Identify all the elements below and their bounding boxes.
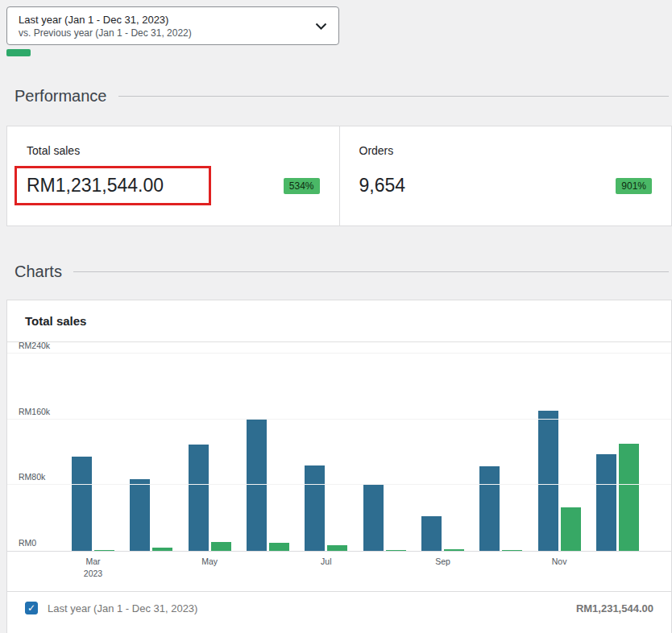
x-axis-label: Sep [435, 556, 450, 568]
section-divider [118, 96, 670, 97]
bar-previous-year-mar-2023[interactable] [94, 550, 114, 551]
bar-last-year-mar-2023[interactable] [72, 457, 92, 551]
legend-total: RM1,231,544.00 [576, 602, 653, 614]
charts-section-header: Charts [15, 263, 669, 281]
bar-previous-year-sep-2023[interactable] [444, 549, 464, 551]
bar-last-year-apr-2023[interactable] [130, 479, 150, 551]
chart-legend: ✓ Last year (Jan 1 - Dec 31, 2023) RM1,2… [7, 591, 671, 624]
bar-last-year-aug-2023[interactable] [363, 485, 384, 551]
x-axis-label: May [201, 556, 218, 568]
bar-previous-year-apr-2023[interactable] [152, 548, 172, 551]
total-sales-label: Total sales [27, 144, 320, 157]
legend-checkbox[interactable]: ✓ [25, 602, 38, 614]
bar-groups: Mar2023MayJulSepNov [72, 346, 639, 551]
bar-group [247, 346, 289, 551]
bar-last-year-dec-2023[interactable] [596, 454, 616, 551]
bar-previous-year-jul-2023[interactable] [327, 545, 347, 551]
bar-last-year-jun-2023[interactable] [247, 420, 267, 551]
x-axis-label: Nov [552, 556, 567, 568]
date-range-text: Last year (Jan 1 - Dec 31, 2023) vs. Pre… [19, 14, 192, 39]
bar-previous-year-dec-2023[interactable] [619, 444, 639, 551]
performance-title: Performance [15, 87, 107, 106]
date-range-selector[interactable]: Last year (Jan 1 - Dec 31, 2023) vs. Pre… [6, 6, 339, 45]
bar-group: May [189, 346, 231, 551]
bar-last-year-oct-2023[interactable] [479, 466, 500, 551]
chevron-down-icon [315, 23, 327, 30]
total-sales-chart-card: Total sales Mar2023MayJulSepNov RM0RM80k… [6, 300, 672, 633]
performance-cards: Total sales RM1,231,544.00 534% Orders 9… [6, 126, 672, 226]
legend-label: Last year (Jan 1 - Dec 31, 2023) [48, 602, 197, 614]
total-sales-value: RM1,231,544.00 [27, 175, 164, 197]
x-axis-label: Mar2023 [84, 556, 102, 580]
total-sales-change-badge: 534% [284, 178, 320, 194]
section-divider [73, 271, 669, 272]
bar-previous-year-oct-2023[interactable] [502, 550, 522, 551]
y-axis-label: RM160k [19, 407, 50, 416]
bar-last-year-may-2023[interactable] [189, 445, 209, 551]
bar-group [479, 346, 522, 551]
check-icon: ✓ [27, 603, 35, 613]
orders-change-badge: 901% [616, 178, 652, 194]
chart-title: Total sales [7, 300, 671, 342]
bar-previous-year-may-2023[interactable] [211, 542, 231, 551]
bar-previous-year-jun-2023[interactable] [269, 543, 289, 551]
bar-group [596, 346, 639, 551]
orders-card[interactable]: Orders 9,654 901% [339, 126, 672, 225]
y-axis-label: RM0 [19, 538, 36, 548]
bar-last-year-jul-2023[interactable] [305, 465, 325, 551]
bar-group [363, 346, 406, 551]
gridline [7, 353, 671, 354]
date-range-compare: vs. Previous year (Jan 1 - Dec 31, 2022) [19, 27, 192, 39]
bar-last-year-nov-2023[interactable] [538, 411, 558, 551]
gridline [7, 484, 671, 485]
legend-item-last-year[interactable]: ✓ Last year (Jan 1 - Dec 31, 2023) [25, 602, 197, 614]
bar-last-year-sep-2023[interactable] [421, 516, 442, 551]
charts-title: Charts [15, 263, 62, 281]
bar-group: Nov [538, 346, 581, 551]
total-sales-card[interactable]: Total sales RM1,231,544.00 534% [7, 126, 339, 225]
small-green-indicator [6, 49, 31, 56]
bar-group: Mar2023 [72, 346, 114, 551]
y-axis-label: RM80k [19, 472, 45, 482]
performance-section-header: Performance [15, 87, 669, 106]
y-axis-label: RM240k [19, 341, 50, 350]
bar-group: Jul [305, 346, 347, 551]
gridline [7, 419, 671, 420]
x-axis-label: Jul [321, 556, 331, 568]
bar-group [130, 346, 172, 551]
orders-value: 9,654 [359, 175, 406, 197]
orders-label: Orders [359, 144, 653, 157]
bar-previous-year-nov-2023[interactable] [561, 507, 581, 551]
date-range-primary: Last year (Jan 1 - Dec 31, 2023) [19, 14, 192, 26]
bar-group: Sep [421, 346, 464, 551]
plot-area: Mar2023MayJulSepNov RM0RM80kRM160kRM240k [7, 346, 671, 552]
bar-previous-year-aug-2023[interactable] [386, 550, 406, 551]
